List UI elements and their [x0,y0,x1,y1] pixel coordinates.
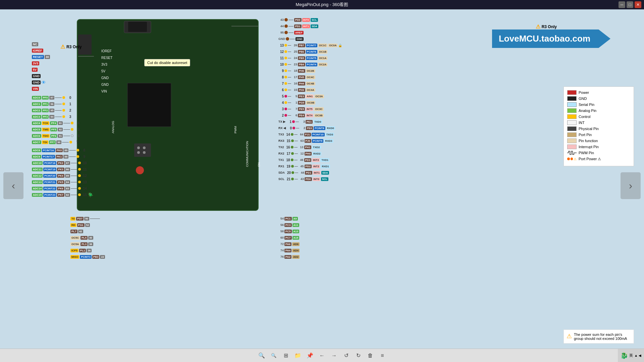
menu-button[interactable]: ≡ [378,351,387,360]
next-button[interactable]: → [329,351,339,360]
right-pin-11: 11 24 PB5 PCINT5 OC1A [278,55,342,61]
pin-num-rx0: 0 [286,126,292,130]
pin-label-oc4c: OC4C [306,75,315,79]
r3-only-left: ⚠ R3 Only [60,44,82,50]
pin-label-adc0: ADC0 [32,96,41,100]
open-button[interactable]: 📁 [293,351,303,360]
pin-rx-label: RX ◀ [278,126,286,130]
pin-phys-45: 45 [299,165,304,168]
pin-label-adc2: ADC2 [32,109,41,112]
pin-dot-1 [62,103,65,105]
pin-label-94: 94 [49,115,54,119]
pin-label-90: 90 [56,140,61,144]
nav-left-button[interactable]: ‹ [3,172,23,199]
legend-dot1 [567,158,570,160]
restore-button[interactable]: □ [627,1,633,8]
legend-color-analog [567,108,577,113]
pin-line-scl21 [294,179,298,179]
pin-label-reset-num: 30 [45,55,50,59]
pin-line-3r [288,109,291,109]
legend-color-physical [567,126,577,131]
pin-label-pcint8: PCINT8 [314,126,325,130]
pin-label-pcint21: PCINT21 [43,180,56,184]
pin-label-adc8: ADC8 [32,148,41,152]
pin-label-ad4: AD4 [292,249,300,252]
pin-label-txd1: TXD1 [320,158,329,162]
pin-label-aref: AREF [294,31,304,35]
pin-dot-15 [78,193,81,196]
pin-line-10 [71,163,77,163]
svg-text:IOREF: IOREF [101,49,112,53]
pin-button[interactable]: 📌 [305,351,315,360]
pin-label-82: 82 [65,193,70,197]
pin-label-pcint22: PCINT22 [43,187,56,190]
pin-tx1-label: TX1 [278,158,284,162]
pin-line-10r [288,64,291,65]
pin-label-38: 38 [88,242,93,246]
pin-label-tck: TCK [42,121,49,125]
right-pin-43: 43 PD0 INT0 SCL [278,17,342,23]
prev-button[interactable]: ← [317,351,327,360]
nav-right-button[interactable]: › [621,172,641,199]
right-pin-12: 12 25 PB6 PCINT6 OC1B [278,49,342,55]
pin-dot-gnd [286,37,289,41]
pin-label-pcint10: PCINT10 [312,133,325,136]
pin-line-15 [71,195,77,195]
pin-label-oc1a: OC1A [318,56,327,60]
pin-line-0 [55,98,62,98]
pin-line-11r [288,58,291,58]
delete-button[interactable]: 🗑 [366,351,375,360]
right-pin-tx1-18: TX1 18 46 PD3 INT3 TXD1 [278,157,342,163]
pin-dot-7r [284,82,287,85]
pin-line-3 [55,117,62,117]
pin-label-txd2: TXD2 [312,145,321,149]
pin-label-pb3: PB3 [92,255,100,259]
pin-dot-8r [284,76,287,78]
right-pin-6: 6 15 PH3 OC4A [278,87,342,93]
pin-phys-6: 6 [292,114,297,117]
legend-warn-icon: ⚠ [574,157,577,161]
pin-line-2 [55,110,62,111]
pin-line-aref [288,33,293,33]
tray-lang: 英 [629,353,633,358]
pin-label-pcint3: PCINT3 [80,255,91,259]
pin-label-pe4: PE4 [298,114,305,117]
pin-label-40: 40 [88,236,93,240]
pin-label-pe5: PE5 [298,107,305,111]
pin-label-97: 97 [49,96,54,100]
fit-button[interactable]: ⊞ [281,351,290,360]
titlebar-title: MegaPinOut.png - 360看图 [296,2,348,8]
rotate-left-button[interactable]: ↺ [341,351,351,360]
zoom-in-button[interactable]: 🔍 [257,351,266,360]
pin-label-oc0a: OC0A [328,44,337,47]
warning-icon-top: ⚠ [536,23,540,30]
pin-label-pcint17: PCINT17 [42,155,55,159]
pin-vin: VIN [32,86,93,92]
legend-label-interrupt: Interrupt Pin [579,145,599,149]
pin-phys-26: 26 [292,44,297,47]
pin-num-r5: 5 [278,95,284,98]
pin-label-sda-bot: SDA [321,171,329,175]
close-button[interactable]: ✕ [635,1,641,8]
pin-adc12: ADC12 PCINT20 PK4 85 12 [32,173,93,179]
pin-label-pf6: PF6 [50,134,57,138]
rotate-right-button[interactable]: ↻ [354,351,363,360]
pin-num-9: 9 [80,155,85,159]
pin-num-2: 2 [66,109,71,112]
diagram-area: ‹ › LoveMCU.taobao.com ⚠ R3 Only ⚠ R3 On… [0,9,644,362]
pin-dot-aref [284,31,288,34]
pin-gnd2: GND 👁 [32,79,93,85]
legend-port-power: ⚠ Port Power ⚠ [567,157,630,161]
zoom-out-button[interactable]: 🔍 [269,351,278,360]
minimize-button[interactable]: ─ [619,1,625,8]
pin-line-pd0 [288,20,293,20]
pin-dot-4 [71,122,73,124]
pin-label-pc7: PC7 [284,236,292,240]
pin-line-13 [71,182,77,182]
svg-rect-3 [128,22,147,32]
right-pin-13: 13 26 PB7 PCINT7 OC1C OC0A 🔒 [278,42,342,48]
pin-label-adc13: ADC13 [32,180,43,184]
pin-num-15: 15 [82,193,87,197]
pin-phys-95: 95 [278,31,284,34]
pin-line-5 [63,129,70,130]
